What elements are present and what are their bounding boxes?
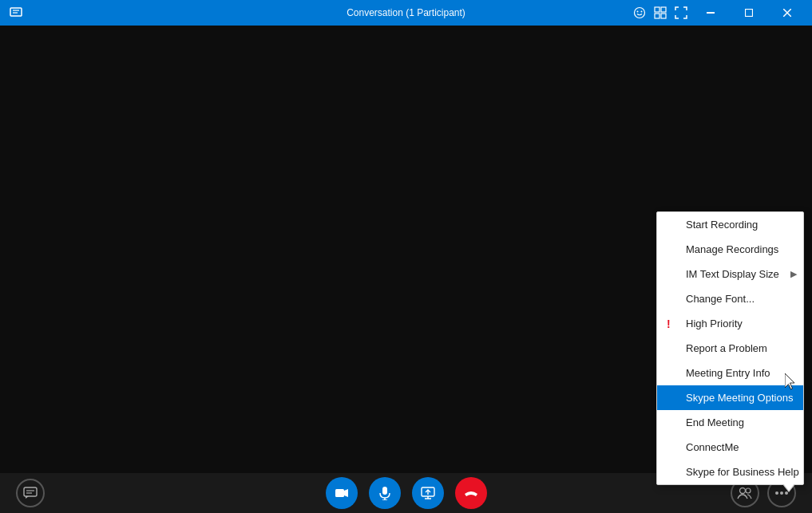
context-menu: Start Recording Manage Recordings IM Tex… [656,211,804,485]
screen-share-button[interactable] [412,477,444,509]
svg-point-5 [641,11,643,13]
skype-meeting-options-label: Skype Meeting Options [686,392,793,404]
svg-point-31 [740,488,746,494]
svg-rect-10 [707,12,715,14]
menu-item-report-problem[interactable]: Report a Problem [657,336,803,361]
report-problem-label: Report a Problem [686,342,767,354]
svg-rect-11 [746,10,753,17]
minimize-button[interactable] [692,0,729,26]
menu-item-skype-meeting-options[interactable]: Skype Meeting Options [657,385,803,410]
submenu-arrow-icon: ▶ [790,269,797,279]
close-button[interactable] [769,0,806,26]
svg-rect-22 [335,489,344,497]
restore-button[interactable] [731,0,767,26]
chat-button[interactable] [16,479,45,507]
svg-rect-8 [655,14,660,18]
menu-item-im-text-display[interactable]: IM Text Display Size ▶ [657,262,803,286]
cursor-icon [785,373,798,391]
contacts-icon[interactable] [651,3,670,22]
window-title: Conversation (1 Participant) [347,7,465,18]
svg-rect-7 [661,7,666,12]
end-meeting-label: End Meeting [686,416,744,428]
im-text-display-label: IM Text Display Size [686,268,779,280]
svg-rect-24 [382,487,387,495]
toolbar-center [326,477,487,509]
toolbar-left [16,479,45,507]
exclamation-icon: ! [667,318,671,330]
svg-point-3 [635,8,645,18]
title-bar-left [6,3,26,22]
fullscreen-icon[interactable] [671,3,691,22]
message-icon[interactable] [6,3,26,22]
menu-item-meeting-entry-info[interactable]: Meeting Entry Info [657,361,803,385]
menu-item-end-meeting[interactable]: End Meeting [657,410,803,435]
svg-point-32 [746,488,751,493]
change-font-label: Change Font... [686,293,755,305]
svg-point-33 [775,491,778,495]
mic-button[interactable] [369,477,401,509]
menu-item-change-font[interactable]: Change Font... [657,286,803,311]
manage-recordings-label: Manage Recordings [686,243,778,255]
skype-business-help-label: Skype for Business Help [686,466,799,478]
menu-item-connect-me[interactable]: ConnectMe [657,435,803,460]
menu-item-skype-business-help[interactable]: Skype for Business Help [657,460,803,484]
high-priority-label: High Priority [686,318,743,330]
menu-item-start-recording[interactable]: Start Recording [657,212,803,237]
svg-point-4 [637,11,639,13]
title-bar: Conversation (1 Participant) [0,0,812,26]
menu-arrow-down-icon [782,484,795,492]
svg-rect-6 [655,7,660,12]
window-controls [630,0,806,26]
svg-marker-23 [344,489,348,497]
svg-rect-9 [661,14,666,18]
menu-item-manage-recordings[interactable]: Manage Recordings [657,237,803,262]
svg-rect-19 [24,487,37,496]
connect-me-label: ConnectMe [686,441,739,453]
svg-rect-0 [10,8,22,16]
emoji-icon[interactable] [630,3,649,22]
start-recording-label: Start Recording [686,219,758,231]
end-call-button[interactable] [455,477,487,509]
video-button[interactable] [326,477,358,509]
meeting-entry-info-label: Meeting Entry Info [686,367,770,379]
menu-item-high-priority[interactable]: ! High Priority [657,311,803,336]
